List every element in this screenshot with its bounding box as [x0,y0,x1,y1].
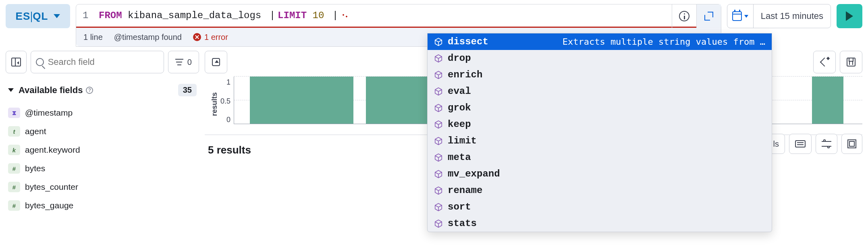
edit-visualization-button[interactable] [813,51,836,73]
fullscreen-button[interactable] [841,134,862,154]
display-options-button[interactable] [816,134,837,154]
display-keyboard-button[interactable] [789,134,812,154]
chart-collapse-button[interactable] [205,51,227,73]
field-name: agent [25,127,46,136]
help-icon[interactable]: ? [86,87,93,94]
save-visualization-button[interactable] [840,51,862,73]
autocomplete-item[interactable]: sort [428,199,772,215]
field-type-icon: ⧗ [8,108,20,118]
fullscreen-icon [847,139,856,148]
field-row[interactable]: #bytes_gauge [6,196,199,215]
sliders-icon [822,140,831,147]
cube-icon [434,219,443,228]
field-row[interactable]: #bytes [6,159,199,178]
autocomplete-popup[interactable]: dissectExtracts multiple string values f… [427,33,772,232]
autocomplete-item-desc: Extracts multiple string values from … [563,37,765,47]
query-help-button[interactable] [672,4,696,28]
field-name: agent.keyword [25,145,80,155]
available-fields-toggle[interactable]: Available fields ? 35 [6,77,199,100]
autocomplete-item[interactable]: limit [428,133,772,149]
autocomplete-item[interactable]: eval [428,83,772,100]
autocomplete-item[interactable]: dissectExtracts multiple string values f… [428,33,772,50]
calendar-icon [732,11,742,21]
chart-y-label: results [209,77,220,131]
cube-icon [434,71,443,79]
autocomplete-item[interactable]: rename [428,182,772,199]
cube-icon [434,104,443,112]
field-name: bytes_gauge [25,201,73,210]
autocomplete-item-name: meta [448,152,471,163]
chart-bar[interactable] [250,77,353,124]
chevron-down-icon [744,15,748,18]
field-name: @timestamp [25,108,73,118]
collapse-sidebar-button[interactable] [6,51,27,73]
autocomplete-item-name: limit [448,135,477,146]
play-icon [846,11,853,21]
search-icon [36,58,44,66]
autocomplete-item-name: sort [448,201,471,212]
autocomplete-item-name: eval [448,86,471,97]
field-name: bytes [25,164,45,173]
field-name: bytes_counter [25,182,78,192]
info-icon [679,11,689,21]
field-search-input[interactable] [48,57,159,67]
autocomplete-item-name: keep [448,119,471,130]
autocomplete-item-name: enrich [448,69,482,80]
chart-y-tick: 0.5 [220,97,230,106]
chart-y-tick: 1 [226,78,230,87]
cube-icon [434,87,443,96]
error-icon [193,33,201,41]
autocomplete-item-name: grok [448,102,471,113]
expand-editor-button[interactable] [697,4,721,28]
cube-icon [434,120,443,129]
language-picker-button[interactable]: ESQL [6,4,70,28]
autocomplete-item[interactable]: stats [428,215,772,232]
field-type-icon: t [8,126,20,137]
autocomplete-item[interactable]: enrich [428,66,772,83]
line-number: 1 [83,10,99,21]
keyboard-icon [795,140,806,147]
collapse-panel-icon [11,58,21,66]
cube-icon [434,170,443,179]
error-squiggle-icon [342,14,348,18]
autocomplete-item-name: drop [448,53,471,64]
run-query-button[interactable] [837,4,862,28]
available-fields-title: Available fields ? [19,85,173,96]
autocomplete-item-name: stats [448,218,477,229]
field-type-icon: # [8,200,20,211]
autocomplete-item[interactable]: mv_expand [428,166,772,182]
field-row[interactable]: tagent [6,122,199,141]
chart-y-tick: 0 [226,116,230,124]
status-timestamp: @timestamp found [114,33,182,42]
filter-icon [175,59,183,65]
autocomplete-item-name: rename [448,185,482,196]
timerange-label: Last 15 minutes [759,11,831,21]
field-search[interactable] [31,51,164,73]
expand-icon [704,12,713,21]
autocomplete-item[interactable]: keep [428,116,772,133]
status-errors[interactable]: 1 error [193,33,228,42]
field-type-icon: k [8,145,20,155]
field-filter-button[interactable]: 0 [168,51,199,73]
autocomplete-item-name: dissect [448,36,488,47]
status-lines: 1 line [83,33,103,42]
field-filter-count: 0 [187,58,192,67]
chevron-down-icon [8,88,14,92]
available-fields-count: 35 [178,84,197,96]
field-type-icon: # [8,182,20,192]
autocomplete-item[interactable]: meta [428,149,772,166]
arrow-up-box-icon [212,58,220,66]
field-row[interactable]: kagent.keyword [6,141,199,159]
cube-icon [434,137,443,145]
cube-icon [434,186,443,195]
autocomplete-item[interactable]: drop [428,50,772,66]
chart-bar[interactable] [812,77,843,124]
chevron-down-icon [54,14,60,18]
autocomplete-item[interactable]: grok [428,100,772,116]
field-row[interactable]: ⧗@timestamp [6,104,199,122]
field-row[interactable]: #bytes_counter [6,178,199,196]
cube-icon [434,54,443,63]
query-line[interactable]: 1 FROM kibana_sample_data_logs | LIMIT 1… [76,4,721,28]
cube-icon [434,37,443,46]
timerange-button[interactable]: Last 15 minutes [727,4,831,28]
